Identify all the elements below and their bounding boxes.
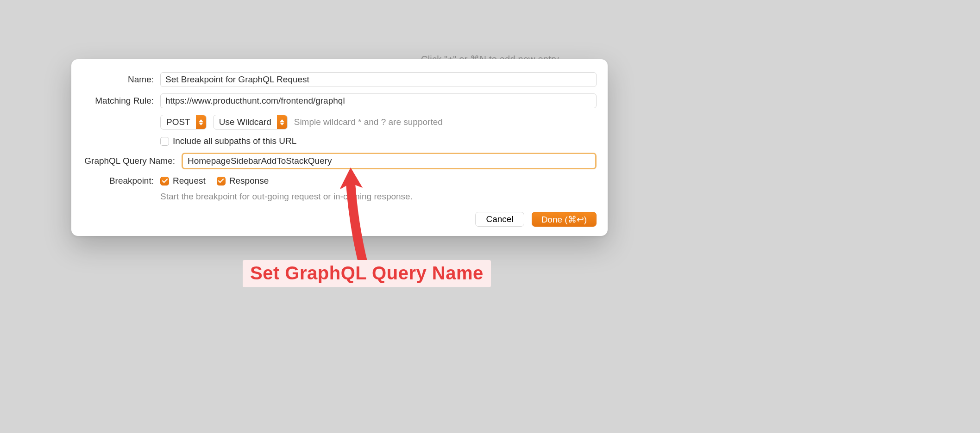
row-breakpoint-note: Start the breakpoint for out-going reque… (82, 192, 597, 202)
check-icon (162, 179, 168, 183)
include-subpaths-label: Include all subpaths of this URL (173, 136, 296, 146)
label-breakpoint: Breakpoint: (82, 176, 160, 186)
row-breakpoint: Breakpoint: Request Response (82, 176, 597, 186)
button-bar: Cancel Done (⌘↩︎) (82, 212, 597, 227)
wildcard-mode-value: Use Wildcard (214, 115, 277, 129)
annotation-caption-box: Set GraphQL Query Name (243, 260, 491, 287)
row-graphql-query-name: GraphQL Query Name: (82, 153, 597, 169)
matching-rule-input[interactable] (160, 93, 597, 108)
row-matching-rule: Matching Rule: (82, 93, 597, 108)
breakpoint-sheet: Name: Matching Rule: POST Use Wildcard (71, 59, 608, 236)
http-method-value: POST (161, 115, 196, 129)
label-graphql-query-name: GraphQL Query Name: (82, 156, 182, 166)
label-matching-rule: Matching Rule: (82, 96, 160, 106)
name-input[interactable] (160, 72, 597, 87)
svg-marker-3 (280, 123, 284, 125)
wildcard-hint: Simple wildcard * and ? are supported (294, 117, 443, 127)
stepper-arrows-icon (196, 115, 206, 129)
row-include-subpaths: Include all subpaths of this URL (82, 136, 597, 146)
breakpoint-note: Start the breakpoint for out-going reque… (160, 192, 413, 202)
breakpoint-request-label: Request (173, 176, 206, 186)
wildcard-mode-select[interactable]: Use Wildcard (213, 115, 288, 130)
label-name: Name: (82, 74, 160, 85)
svg-marker-1 (199, 123, 203, 125)
breakpoint-response-checkbox[interactable] (217, 177, 226, 186)
done-button[interactable]: Done (⌘↩︎) (532, 212, 597, 227)
svg-marker-0 (199, 119, 203, 122)
annotation-caption: Set GraphQL Query Name (250, 263, 484, 284)
http-method-select[interactable]: POST (160, 115, 207, 130)
stepper-arrows-icon (277, 115, 287, 129)
include-subpaths-checkbox[interactable] (160, 137, 169, 146)
breakpoint-request-checkbox[interactable] (160, 177, 169, 186)
cancel-button[interactable]: Cancel (475, 212, 524, 227)
row-name: Name: (82, 72, 597, 87)
graphql-query-name-input[interactable] (182, 153, 597, 169)
row-method-wildcard: POST Use Wildcard Simple wildcard * and … (82, 115, 597, 130)
svg-marker-2 (280, 119, 284, 122)
check-icon (218, 179, 224, 183)
breakpoint-response-label: Response (229, 176, 269, 186)
